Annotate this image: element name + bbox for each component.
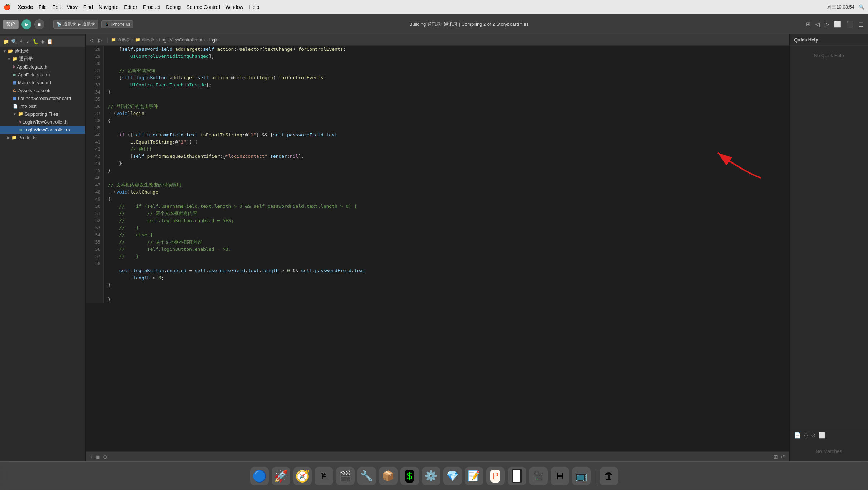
- dock-settings[interactable]: ⚙️: [422, 467, 440, 485]
- line-num-33: 33: [86, 81, 103, 89]
- line-num-50: 50: [86, 203, 103, 210]
- dock-sketch[interactable]: 💎: [443, 467, 462, 485]
- breadcrumb-folder[interactable]: 📁 通讯录: [111, 37, 130, 43]
- qh-square-icon[interactable]: ⬜: [818, 432, 825, 439]
- stop-button[interactable]: ■: [34, 19, 44, 29]
- dock-app1[interactable]: 📦: [379, 467, 398, 485]
- split-h-icon[interactable]: ⬛: [845, 19, 855, 29]
- dock-trash[interactable]: 🗑: [600, 467, 618, 485]
- split-v-icon[interactable]: ◫: [857, 19, 865, 29]
- sidebar-item-loginvc-m[interactable]: m LoginViewController.m: [0, 126, 85, 134]
- menu-xcode[interactable]: Xcode: [18, 4, 33, 10]
- sidebar-item-loginvc-h[interactable]: h LoginViewController.h: [0, 118, 85, 126]
- xcassets-icon: 🗂: [13, 88, 17, 92]
- sidebar-tests-icon[interactable]: ✓: [26, 39, 30, 44]
- dock-app2[interactable]: ▉: [508, 467, 526, 485]
- menu-view[interactable]: View: [67, 4, 78, 10]
- dock-photos[interactable]: 🎬: [336, 467, 355, 485]
- line-num-38: 38: [86, 117, 103, 124]
- sidebar-breakpoints-icon[interactable]: ◈: [41, 39, 45, 44]
- sidebar-item-infoplist[interactable]: 📄 Info.plist: [0, 102, 85, 110]
- layout-icon[interactable]: ⬜: [833, 19, 843, 29]
- dock-safari[interactable]: 🧭: [293, 467, 312, 485]
- refresh-icon[interactable]: ↺: [781, 454, 785, 460]
- qh-file-icon[interactable]: 📄: [794, 432, 801, 439]
- code-line-63: }: [108, 296, 789, 303]
- menu-find[interactable]: Find: [83, 4, 93, 10]
- menu-window[interactable]: Window: [226, 4, 243, 10]
- sidebar-item-appdelegate-h[interactable]: h AppDelegate.h: [0, 63, 85, 71]
- line-num-52: 52: [86, 217, 103, 224]
- line-num-48: 48: [86, 189, 103, 196]
- line-num-36: 36: [86, 103, 103, 110]
- sidebar-project[interactable]: ▼ 📂 通讯录: [0, 47, 85, 55]
- dock-misc2[interactable]: 📺: [572, 467, 591, 485]
- dock-bear[interactable]: P: [486, 467, 505, 485]
- sidebar-item-main-storyboard[interactable]: ▦ Main.storyboard: [0, 79, 85, 86]
- dock-mouse[interactable]: 🖱: [315, 467, 333, 485]
- sidebar-files-icon[interactable]: 📁: [3, 39, 9, 44]
- pause-button[interactable]: 暂停: [3, 20, 19, 29]
- file-label: LoginViewController.h: [23, 119, 68, 125]
- device-selector[interactable]: 📱 iPhone 6s: [101, 20, 133, 28]
- menu-debug[interactable]: Debug: [166, 4, 181, 10]
- search-icon[interactable]: 🔍: [859, 4, 864, 10]
- grid-icon[interactable]: ⊞: [774, 454, 778, 460]
- dock-launchpad[interactable]: 🚀: [272, 467, 290, 485]
- qh-braces-icon[interactable]: {}: [804, 432, 808, 439]
- sidebar-debug-icon[interactable]: 🐛: [33, 39, 39, 44]
- nav-forward[interactable]: ▷: [97, 36, 104, 44]
- dock-tools[interactable]: 🔧: [357, 467, 376, 485]
- sidebar-item-appdelegate-m[interactable]: m AppDelegate.m: [0, 71, 85, 79]
- back-icon[interactable]: ◁: [814, 19, 821, 29]
- dock-terminal[interactable]: $: [400, 467, 419, 485]
- scheme-icon: 📡: [56, 22, 62, 27]
- sidebar-issues-icon[interactable]: ⚠: [19, 39, 24, 44]
- menu-source-control[interactable]: Source Control: [186, 4, 220, 10]
- dock-notes[interactable]: 📝: [465, 467, 483, 485]
- file-label: Info.plist: [19, 104, 36, 109]
- code-line-49: {: [108, 196, 789, 203]
- run-button[interactable]: ▶: [21, 19, 31, 29]
- sidebar-item-supporting-files[interactable]: ▼ 📁 Supporting Files: [0, 110, 85, 118]
- menu-file[interactable]: File: [39, 4, 47, 10]
- menu-edit[interactable]: Edit: [53, 4, 61, 10]
- device-label: iPhone 6s: [111, 22, 130, 27]
- dock-misc1[interactable]: 🖥: [551, 467, 569, 485]
- menu-editor[interactable]: Editor: [124, 4, 137, 10]
- project-label: 通讯录: [15, 48, 29, 54]
- no-quick-help-text: No Quick Help: [814, 53, 844, 58]
- breadcrumb-group[interactable]: 📁 通讯录: [135, 37, 154, 43]
- sidebar-search-icon[interactable]: 🔍: [11, 39, 17, 44]
- breadcrumb-method[interactable]: - login: [207, 38, 219, 42]
- dock-video[interactable]: 🎥: [529, 467, 548, 485]
- qh-circle-icon[interactable]: ⊙: [811, 432, 815, 439]
- sidebar-logs-icon[interactable]: 📋: [47, 39, 53, 44]
- menu-product[interactable]: Product: [143, 4, 160, 10]
- sidebar-group-tongxunlu[interactable]: ▼ 📁 通讯录: [0, 55, 85, 63]
- code-editor[interactable]: 28 29 30 31 32 33 34 35 36 37 38 39 40 4…: [86, 46, 789, 451]
- add-file-icon[interactable]: +: [90, 454, 93, 460]
- scheme-selector[interactable]: 📡 通讯录 ▶ 通讯录: [53, 20, 98, 29]
- sidebar-item-products[interactable]: ▶ 📁 Products: [0, 134, 85, 141]
- forward-icon[interactable]: ▷: [823, 19, 830, 29]
- no-matches-text: No Matches: [790, 441, 868, 461]
- project-arrow: ▼: [3, 49, 6, 53]
- menu-navigate[interactable]: Navigate: [99, 4, 118, 10]
- code-line-54: // else {: [108, 231, 789, 239]
- main-area: 📁 🔍 ⚠ ✓ 🐛 ◈ 📋 ▼ 📂 通讯录 ▼ 📁 通讯录 h AppDeleg…: [0, 34, 868, 461]
- grid-view-icon[interactable]: ⊞: [804, 19, 812, 29]
- error-icon[interactable]: ◼: [96, 454, 100, 460]
- sidebar-item-launchscreen[interactable]: ▦ LaunchScreen.storyboard: [0, 94, 85, 102]
- nav-back[interactable]: ◁: [89, 36, 95, 44]
- warning-icon[interactable]: ⊙: [103, 454, 107, 460]
- sidebar-item-assets[interactable]: 🗂 Assets.xcassets: [0, 86, 85, 94]
- code-area: 28 29 30 31 32 33 34 35 36 37 38 39 40 4…: [86, 46, 789, 303]
- apple-menu[interactable]: 🍎: [4, 4, 11, 10]
- file-label: AppDelegate.m: [18, 72, 50, 78]
- breadcrumb-file[interactable]: LoginViewController.m: [159, 38, 202, 42]
- file-label: Assets.xcassets: [18, 88, 51, 93]
- separator-1: [49, 19, 49, 30]
- menu-help[interactable]: Help: [249, 4, 260, 10]
- dock-finder[interactable]: 🔵: [250, 467, 269, 485]
